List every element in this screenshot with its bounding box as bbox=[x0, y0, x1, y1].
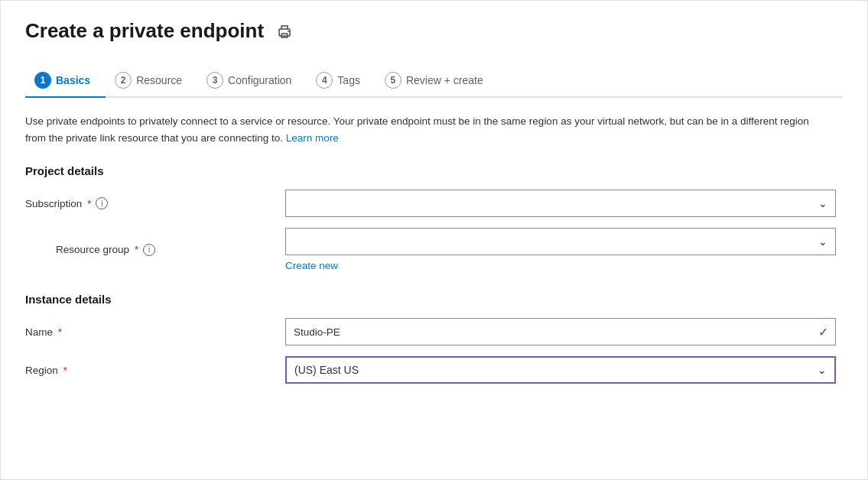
region-label-col: Region * bbox=[25, 365, 285, 376]
svg-point-2 bbox=[288, 31, 289, 32]
name-input[interactable] bbox=[285, 318, 836, 345]
resource-group-dropdown[interactable]: ⌄ bbox=[285, 228, 836, 255]
resource-group-info-icon[interactable]: i bbox=[143, 244, 155, 256]
region-dropdown[interactable]: (US) East US ⌄ bbox=[285, 356, 836, 384]
tab-basics[interactable]: 1 Basics bbox=[25, 64, 106, 98]
region-dropdown-value: (US) East US bbox=[294, 364, 359, 376]
svg-rect-0 bbox=[279, 29, 290, 36]
tab-tags-number: 4 bbox=[316, 72, 333, 89]
resource-group-label-col: Resource group * i bbox=[25, 244, 285, 256]
subscription-label-col: Subscription * i bbox=[25, 197, 285, 209]
resource-group-row: Resource group * i ⌄ Create new bbox=[25, 228, 843, 271]
tab-tags[interactable]: 4 Tags bbox=[307, 64, 375, 96]
tab-basics-label: Basics bbox=[56, 74, 90, 86]
resource-group-label: Resource group bbox=[56, 244, 129, 255]
subscription-dropdown[interactable]: ⌄ bbox=[285, 190, 836, 217]
tab-review-create-number: 5 bbox=[385, 72, 401, 89]
region-input-col: (US) East US ⌄ bbox=[285, 356, 836, 384]
name-row: Name * ✓ bbox=[25, 318, 843, 345]
tab-resource-label: Resource bbox=[136, 74, 182, 86]
resource-group-required: * bbox=[135, 244, 138, 255]
create-new-link[interactable]: Create new bbox=[285, 260, 338, 271]
name-input-wrapper: ✓ bbox=[285, 318, 836, 345]
print-icon[interactable] bbox=[276, 23, 293, 40]
tab-configuration[interactable]: 3 Configuration bbox=[197, 64, 307, 96]
description-text: Use private endpoints to privately conne… bbox=[25, 113, 828, 146]
instance-details-title: Instance details bbox=[25, 293, 843, 306]
subscription-required: * bbox=[87, 198, 91, 209]
region-required: * bbox=[63, 365, 67, 376]
region-row: Region * (US) East US ⌄ bbox=[25, 356, 843, 384]
name-required: * bbox=[58, 326, 62, 338]
learn-more-link[interactable]: Learn more bbox=[286, 132, 339, 144]
page-title: Create a private endpoint bbox=[25, 19, 264, 43]
tab-resource[interactable]: 2 Resource bbox=[106, 64, 197, 96]
instance-details-section: Instance details Name * ✓ Region * bbox=[25, 293, 843, 384]
tab-review-create[interactable]: 5 Review + create bbox=[375, 64, 499, 96]
name-label: Name bbox=[25, 326, 53, 338]
name-label-col: Name * bbox=[25, 326, 285, 338]
project-details-section: Project details Subscription * i ⌄ Resou… bbox=[25, 164, 843, 271]
subscription-label: Subscription bbox=[25, 198, 82, 209]
subscription-dropdown-arrow: ⌄ bbox=[818, 197, 827, 209]
resource-group-input-col: ⌄ Create new bbox=[285, 228, 836, 271]
page-header: Create a private endpoint bbox=[25, 19, 843, 43]
tab-review-create-label: Review + create bbox=[406, 74, 483, 86]
project-details-title: Project details bbox=[25, 164, 843, 177]
tab-resource-number: 2 bbox=[115, 72, 132, 89]
tabs-container: 1 Basics 2 Resource 3 Configuration 4 Ta… bbox=[25, 64, 843, 98]
subscription-input-col: ⌄ bbox=[285, 190, 836, 217]
tab-tags-label: Tags bbox=[337, 74, 360, 86]
subscription-info-icon[interactable]: i bbox=[96, 197, 108, 209]
tab-configuration-label: Configuration bbox=[228, 74, 291, 86]
region-dropdown-arrow: ⌄ bbox=[818, 364, 827, 376]
tab-basics-number: 1 bbox=[34, 72, 51, 89]
subscription-row: Subscription * i ⌄ bbox=[25, 190, 843, 217]
name-input-col: ✓ bbox=[285, 318, 836, 345]
tab-configuration-number: 3 bbox=[206, 72, 223, 89]
name-check-icon: ✓ bbox=[818, 325, 828, 339]
resource-group-dropdown-arrow: ⌄ bbox=[818, 235, 827, 248]
region-label: Region bbox=[25, 365, 58, 376]
page-container: Create a private endpoint 1 Basics 2 Res… bbox=[0, 0, 868, 480]
